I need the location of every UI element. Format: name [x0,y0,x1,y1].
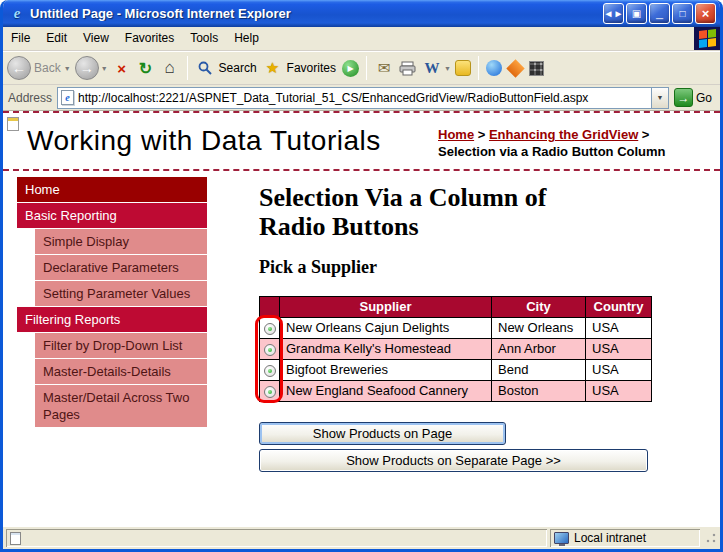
messenger-button[interactable] [486,60,502,76]
pick-supplier-heading: Pick a Supplier [259,257,720,278]
go-arrow-icon: → [674,88,693,107]
cell-country: USA [586,339,652,360]
back-dropdown-icon[interactable]: ▼ [64,65,71,72]
main-content: Selection Via a Column of Radio Buttons … [207,171,720,476]
left-right-arrows-icon: ◄► [604,8,624,19]
browser-viewport: Working with Data Tutorials Home > Enhan… [3,111,720,526]
supplier-radio-button[interactable] [264,365,276,377]
screen-icon: ▣ [632,8,641,19]
breadcrumb-separator: > [638,127,649,142]
back-icon: ← [7,56,31,80]
cell-country: USA [586,360,652,381]
mail-button[interactable]: ✉ [374,58,394,78]
document-icon [10,532,21,545]
cell-country: USA [586,381,652,402]
sidebar-item-filtering-reports[interactable]: Filtering Reports [17,307,207,332]
minimize-icon: ─ [656,13,663,24]
status-main-panel [6,529,547,547]
table-row: New England Seafood Cannery Boston USA [260,381,652,402]
window-title: Untitled Page - Microsoft Internet Explo… [30,6,598,21]
forward-dropdown-icon[interactable]: ▼ [101,65,108,72]
toolbar-grid-button[interactable] [529,61,544,76]
cell-supplier: New Orleans Cajun Delights [280,318,492,339]
skip-navigation-icon [7,117,19,131]
print-icon [399,61,416,76]
maximize-icon: □ [679,8,685,19]
menu-help[interactable]: Help [226,27,267,50]
table-row: Bigfoot Breweries Bend USA [260,360,652,381]
maximize-button[interactable]: □ [672,3,693,24]
menu-tools[interactable]: Tools [182,27,226,50]
sidebar-item-setting-parameter-values[interactable]: Setting Parameter Values [35,281,207,306]
menu-bar: File Edit View Favorites Tools Help [3,27,720,51]
windows-flag-throbber-icon [694,27,720,50]
back-label: Back [34,61,61,75]
sidebar-item-filter-by-dropdown-list[interactable]: Filter by Drop-Down List [35,333,207,358]
discuss-button[interactable] [455,60,471,76]
titlebar-screen-button[interactable]: ▣ [626,3,647,24]
breadcrumb-link-enhancing-gridview[interactable]: Enhancing the GridView [489,127,638,142]
supplier-radio-button[interactable] [264,386,276,398]
menu-edit[interactable]: Edit [38,27,75,50]
show-products-on-page-button[interactable]: Show Products on Page [259,422,506,445]
ie-window: e Untitled Page - Microsoft Internet Exp… [0,0,723,552]
toolbar-separator [187,56,188,80]
favorites-label: Favorites [287,61,336,75]
media-button[interactable]: ▶ [342,60,359,77]
cell-city: Ann Arbor [492,339,586,360]
forward-button[interactable]: → ▼ [75,56,108,80]
security-zone-panel: Local intranet [550,529,700,547]
sidebar-item-master-detail-two-pages[interactable]: Master/Detail Across Two Pages [35,385,207,427]
sidebar-item-simple-display[interactable]: Simple Display [35,229,207,254]
address-bar: Address e http://localhost:2221/ASPNET_D… [3,85,720,111]
suppliers-gridview: Supplier City Country New Orleans Cajun … [259,296,652,402]
breadcrumb-current: Selection via a Radio Button Column [438,144,666,159]
local-intranet-icon [554,532,569,544]
home-icon: ⌂ [164,58,174,78]
resize-grip[interactable] [704,532,717,545]
word-dropdown-icon[interactable]: ▼ [444,65,451,72]
cell-city: Bend [492,360,586,381]
search-button[interactable]: Search [195,58,259,78]
address-url: http://localhost:2221/ASPNET_Data_Tutori… [78,91,647,105]
research-button[interactable] [506,59,524,77]
table-row: Grandma Kelly's Homestead Ann Arbor USA [260,339,652,360]
media-play-icon: ▶ [347,64,353,73]
radio-column-header [260,297,280,318]
sidebar-item-basic-reporting[interactable]: Basic Reporting [17,203,207,228]
sidebar-item-master-details-details[interactable]: Master-Details-Details [35,359,207,384]
titlebar-nav-arrows-button[interactable]: ◄► [603,3,624,24]
column-header-country: Country [586,297,652,318]
refresh-button[interactable]: ↻ [136,58,156,78]
stop-icon: × [117,60,126,77]
title-bar: e Untitled Page - Microsoft Internet Exp… [3,0,720,27]
favorites-button[interactable]: ★ Favorites [263,58,338,78]
breadcrumb-link-home[interactable]: Home [438,127,474,142]
print-button[interactable] [398,58,418,78]
close-button[interactable]: × [695,3,716,24]
menu-favorites[interactable]: Favorites [117,27,182,50]
menu-file[interactable]: File [3,27,38,50]
sidebar-item-home[interactable]: Home [17,177,207,202]
menu-view[interactable]: View [75,27,117,50]
go-button[interactable]: → Go [674,88,715,107]
sidebar-item-declarative-parameters[interactable]: Declarative Parameters [35,255,207,280]
minimize-button[interactable]: ─ [649,3,670,24]
stop-button[interactable]: × [112,58,132,78]
edit-with-word-button[interactable]: W ▼ [422,58,451,78]
show-products-separate-page-button[interactable]: Show Products on Separate Page >> [259,449,648,472]
column-header-city: City [492,297,586,318]
back-button[interactable]: ← Back ▼ [7,56,71,80]
address-dropdown-button[interactable]: ▼ [651,88,668,108]
toolbar-separator [478,56,479,80]
search-icon [195,58,215,78]
column-header-supplier: Supplier [280,297,492,318]
address-input[interactable]: e http://localhost:2221/ASPNET_Data_Tuto… [57,87,669,109]
cell-supplier: New England Seafood Cannery [280,381,492,402]
supplier-radio-button[interactable] [264,323,276,335]
search-label: Search [219,61,257,75]
refresh-icon: ↻ [139,59,152,78]
home-button[interactable]: ⌂ [160,58,180,78]
supplier-radio-button[interactable] [264,344,276,356]
mail-icon: ✉ [378,59,391,77]
